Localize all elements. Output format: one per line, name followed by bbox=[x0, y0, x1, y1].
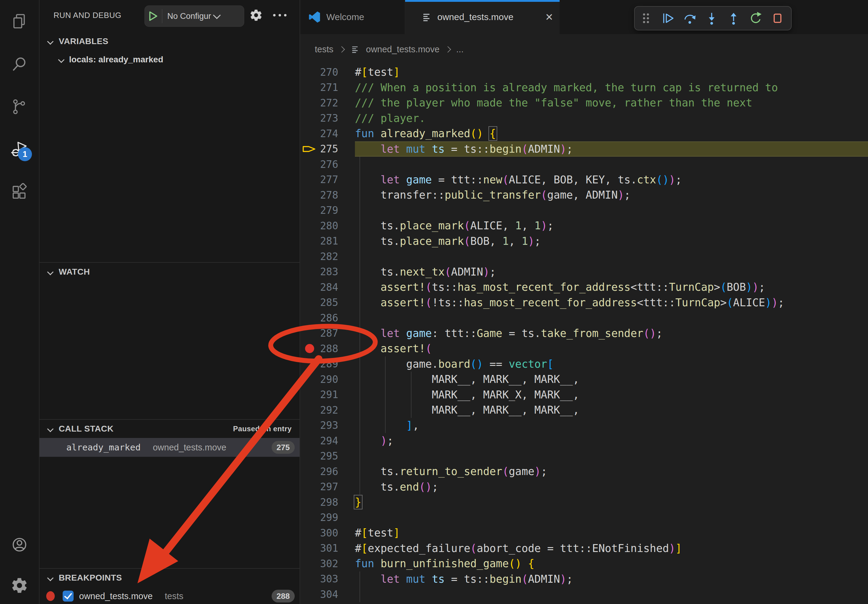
gutter-line-270[interactable]: 270 bbox=[300, 65, 355, 80]
gutter-line-297[interactable]: 297 bbox=[300, 479, 355, 495]
code-text[interactable]: transfer::public_transfer(game, ADMIN); bbox=[355, 187, 868, 203]
code-text[interactable]: let game = ttt::new(ALICE, BOB, KEY, ts.… bbox=[355, 172, 868, 187]
config-dropdown-label[interactable]: No Configur bbox=[167, 12, 211, 21]
code-text[interactable]: ts.place_mark(BOB, 1, 1); bbox=[355, 234, 868, 249]
code-text[interactable]: #[test] bbox=[355, 65, 868, 80]
code-editor[interactable]: 270#[test]271/// When a position is alre… bbox=[300, 65, 868, 604]
gutter-line-299[interactable]: 299 bbox=[300, 510, 355, 525]
gutter-line-295[interactable]: 295 bbox=[300, 449, 355, 464]
code-text[interactable]: assert!(!ts::has_most_recent_for_address… bbox=[355, 295, 868, 311]
gutter-line-296[interactable]: 296 bbox=[300, 464, 355, 479]
section-variables[interactable]: VARIABLES bbox=[40, 33, 299, 50]
gutter-line-282[interactable]: 282 bbox=[300, 249, 355, 264]
breakpoint-dot-icon[interactable] bbox=[305, 344, 314, 353]
code-text[interactable]: #[test] bbox=[355, 525, 868, 541]
gutter-line-302[interactable]: 302 bbox=[300, 556, 355, 571]
gutter-line-278[interactable]: 278 bbox=[300, 187, 355, 203]
gutter-line-271[interactable]: 271 bbox=[300, 80, 355, 96]
extensions-icon[interactable] bbox=[11, 183, 28, 201]
gutter-line-294[interactable]: 294 bbox=[300, 433, 355, 449]
gutter-line-301[interactable]: 301 bbox=[300, 541, 355, 556]
code-text[interactable]: assert!(ts::has_most_recent_for_address<… bbox=[355, 279, 868, 295]
drag-handle-icon[interactable] bbox=[639, 11, 653, 25]
close-tab-icon[interactable]: × bbox=[545, 11, 553, 23]
settings-gear-icon[interactable] bbox=[11, 577, 28, 594]
code-text[interactable] bbox=[355, 587, 868, 602]
gutter-line-274[interactable]: 274 bbox=[300, 126, 355, 141]
code-text[interactable]: /// the player who made the "false" move… bbox=[355, 95, 868, 111]
code-text[interactable]: let mut ts = ts::begin(ADMIN); bbox=[355, 571, 868, 587]
gutter-line-300[interactable]: 300 bbox=[300, 525, 355, 541]
gutter-line-287[interactable]: 287 bbox=[300, 326, 355, 341]
breadcrumb-folder[interactable]: tests bbox=[315, 44, 333, 54]
gutter-line-290[interactable]: 290 bbox=[300, 372, 355, 387]
gutter-line-291[interactable]: 291 bbox=[300, 387, 355, 403]
code-text[interactable]: ts.next_tx(ADMIN); bbox=[355, 264, 868, 280]
code-text[interactable]: ts.end(); bbox=[355, 479, 868, 495]
gutter-line-286[interactable]: 286 bbox=[300, 310, 355, 326]
gutter-line-276[interactable]: 276 bbox=[300, 156, 355, 172]
code-text[interactable]: ); bbox=[355, 433, 868, 449]
gutter-line-279[interactable]: 279 bbox=[300, 203, 355, 218]
breakpoint-item[interactable]: owned_tests.move tests 288 bbox=[40, 588, 299, 604]
gutter-line-288[interactable]: 288 bbox=[300, 341, 355, 356]
gutter-line-281[interactable]: 281 bbox=[300, 234, 355, 249]
code-text[interactable]: ts.place_mark(ALICE, 1, 1); bbox=[355, 218, 868, 234]
source-control-icon[interactable] bbox=[11, 98, 28, 116]
search-icon[interactable] bbox=[11, 55, 28, 73]
continue-icon[interactable] bbox=[661, 11, 675, 25]
code-text[interactable]: MARK__, MARK__, MARK__, bbox=[355, 372, 868, 387]
stop-icon[interactable] bbox=[770, 11, 784, 25]
code-text[interactable]: fun burn_unfinished_game() { bbox=[355, 556, 868, 571]
restart-icon[interactable] bbox=[749, 11, 763, 25]
accounts-icon[interactable] bbox=[11, 536, 28, 553]
breadcrumb-symbol[interactable]: ... bbox=[456, 44, 463, 54]
debug-settings-gear-icon[interactable] bbox=[250, 9, 263, 22]
code-text[interactable]: MARK__, MARK__, MARK__, bbox=[355, 403, 868, 418]
code-text[interactable] bbox=[355, 449, 868, 464]
section-breakpoints[interactable]: BREAKPOINTS bbox=[40, 570, 299, 586]
code-text[interactable] bbox=[355, 156, 868, 172]
call-stack-frame[interactable]: already_marked owned_tests.move 275 bbox=[40, 438, 299, 457]
code-text[interactable]: game.board() == vector[ bbox=[355, 356, 868, 372]
step-into-icon[interactable] bbox=[705, 11, 719, 25]
code-text[interactable]: MARK__, MARK_X, MARK__, bbox=[355, 387, 868, 403]
code-text[interactable]: /// When a position is already marked, t… bbox=[355, 80, 868, 96]
breadcrumb-file[interactable]: owned_tests.move bbox=[366, 44, 439, 54]
gutter-line-298[interactable]: 298 bbox=[300, 494, 355, 510]
start-debug-config-button[interactable]: No Configur bbox=[144, 5, 244, 27]
code-text[interactable]: ], bbox=[355, 418, 868, 434]
breakpoint-checkbox[interactable] bbox=[63, 591, 74, 602]
tab-owned-tests-move[interactable]: owned_tests.move × bbox=[405, 0, 560, 34]
gutter-line-289[interactable]: 289 bbox=[300, 356, 355, 372]
chevron-down-icon[interactable] bbox=[213, 11, 220, 19]
code-text[interactable]: let mut ts = ts::begin(ADMIN); bbox=[355, 141, 868, 157]
code-text[interactable]: } bbox=[355, 494, 868, 510]
gutter-line-280[interactable]: 280 bbox=[300, 218, 355, 234]
section-call-stack[interactable]: CALL STACK Paused on entry bbox=[40, 421, 299, 437]
section-watch[interactable]: WATCH bbox=[40, 263, 299, 280]
code-text[interactable]: fun already_marked() { bbox=[355, 126, 868, 141]
gutter-line-284[interactable]: 284 bbox=[300, 279, 355, 295]
code-text[interactable] bbox=[355, 203, 868, 218]
run-and-debug-icon[interactable]: 1 bbox=[11, 141, 28, 158]
gutter-line-272[interactable]: 272 bbox=[300, 95, 355, 111]
variables-scope-locals[interactable]: locals: already_marked bbox=[40, 51, 299, 68]
code-text[interactable]: /// player. bbox=[355, 111, 868, 126]
gutter-line-277[interactable]: 277 bbox=[300, 172, 355, 187]
code-text[interactable] bbox=[355, 249, 868, 264]
gutter-line-285[interactable]: 285 bbox=[300, 295, 355, 311]
gutter-line-292[interactable]: 292 bbox=[300, 403, 355, 418]
code-text[interactable]: assert!( bbox=[355, 341, 868, 356]
code-text[interactable]: ts.return_to_sender(game); bbox=[355, 464, 868, 479]
gutter-line-304[interactable]: 304 bbox=[300, 587, 355, 602]
gutter-line-273[interactable]: 273 bbox=[300, 111, 355, 126]
gutter-line-303[interactable]: 303 bbox=[300, 571, 355, 587]
explorer-icon[interactable] bbox=[11, 13, 28, 30]
code-text[interactable]: let game: ttt::Game = ts.take_from_sende… bbox=[355, 326, 868, 341]
tab-welcome[interactable]: Welcome bbox=[300, 0, 405, 34]
step-out-icon[interactable] bbox=[727, 11, 741, 25]
code-text[interactable] bbox=[355, 510, 868, 525]
code-text[interactable]: #[expected_failure(abort_code = ttt::ENo… bbox=[355, 541, 868, 556]
gutter-line-275[interactable]: 275 bbox=[300, 141, 355, 157]
